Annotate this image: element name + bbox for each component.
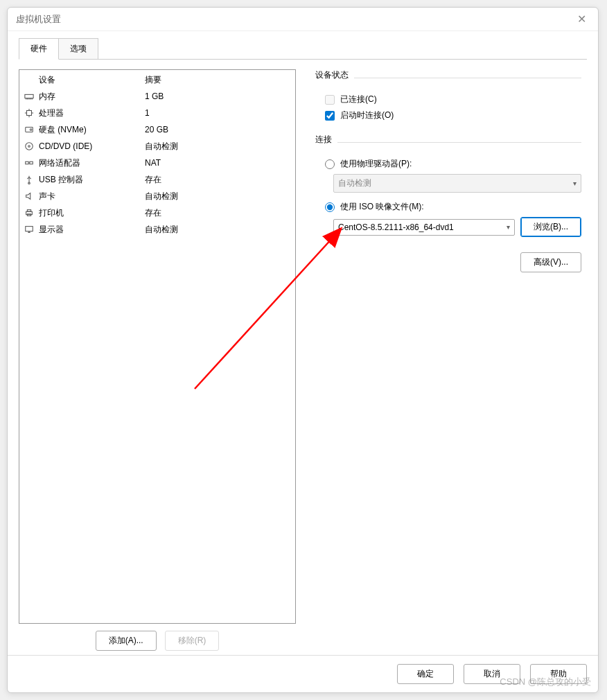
- svg-point-4: [26, 143, 33, 150]
- device-list-header: 设备 摘要: [19, 70, 295, 88]
- remove-button: 移除(R): [165, 631, 220, 651]
- device-state-title: 设备状态: [315, 69, 349, 81]
- device-name: 内存: [39, 89, 55, 103]
- device-row[interactable]: 网络适配器NAT: [19, 155, 295, 171]
- svg-point-5: [28, 146, 30, 148]
- browse-button[interactable]: 浏览(B)...: [520, 217, 581, 237]
- iso-file-select[interactable]: CentOS-8.5.2111-x86_64-dvd1 ▾: [333, 219, 515, 236]
- device-name: 显示器: [39, 222, 64, 236]
- device-row[interactable]: CD/DVD (IDE)自动检测: [19, 138, 295, 155]
- ok-button[interactable]: 确定: [397, 664, 454, 684]
- use-iso-radio[interactable]: [325, 202, 335, 212]
- device-list[interactable]: 设备 摘要 内存1 GB处理器1硬盘 (NVMe)20 GBCD/DVD (ID…: [19, 69, 296, 624]
- tabs: 硬件 选项: [19, 38, 587, 60]
- device-summary: NAT: [145, 156, 291, 170]
- device-name: 声卡: [39, 189, 55, 203]
- connected-checkbox[interactable]: [325, 95, 335, 105]
- advanced-row: 高级(V)...: [315, 252, 581, 272]
- connect-on-start-label: 启动时连接(O): [340, 110, 394, 121]
- net-icon: [24, 157, 35, 168]
- svg-rect-0: [25, 94, 33, 98]
- svg-rect-6: [26, 161, 28, 164]
- svg-rect-1: [27, 111, 32, 116]
- panels: 设备 摘要 内存1 GB处理器1硬盘 (NVMe)20 GBCD/DVD (ID…: [19, 59, 587, 655]
- device-state-group: 设备状态 已连接(C) 启动时连接(O): [315, 69, 581, 121]
- physical-drive-select: 自动检测 ▾: [333, 174, 581, 193]
- device-summary: 自动检测: [145, 222, 291, 236]
- cd-icon: [24, 141, 35, 152]
- device-row[interactable]: USB 控制器存在: [19, 171, 295, 188]
- chevron-down-icon: ▾: [573, 180, 577, 187]
- connect-on-start-row[interactable]: 启动时连接(O): [325, 110, 581, 121]
- physical-drive-value: 自动检测: [338, 177, 371, 189]
- use-physical-row[interactable]: 使用物理驱动器(P):: [325, 158, 581, 170]
- left-panel: 设备 摘要 内存1 GB处理器1硬盘 (NVMe)20 GBCD/DVD (ID…: [19, 69, 296, 655]
- sound-icon: [24, 191, 35, 202]
- chevron-down-icon: ▾: [507, 223, 510, 231]
- device-name: USB 控制器: [39, 173, 83, 186]
- svg-point-3: [30, 129, 32, 131]
- add-button[interactable]: 添加(A)...: [96, 631, 157, 651]
- connection-group: 连接 使用物理驱动器(P): 自动检测 ▾ 使用 ISO 映像文件(M):: [315, 134, 581, 237]
- connected-label: 已连接(C): [340, 94, 377, 105]
- right-panel: 设备状态 已连接(C) 启动时连接(O) 连接 使用物理驱动器(P):: [310, 69, 587, 655]
- physical-select-wrap: 自动检测 ▾: [333, 174, 581, 193]
- device-summary: 存在: [145, 206, 291, 220]
- display-icon: [24, 224, 35, 235]
- use-physical-radio[interactable]: [325, 159, 335, 169]
- usb-icon: [24, 174, 35, 185]
- device-summary: 20 GB: [145, 123, 291, 137]
- connected-checkbox-row[interactable]: 已连接(C): [325, 94, 581, 105]
- device-summary: 1: [145, 106, 291, 120]
- device-buttons: 添加(A)... 移除(R): [19, 631, 296, 655]
- device-summary: 存在: [145, 173, 291, 186]
- content-area: 硬件 选项 设备 摘要 内存1 GB处理器1硬盘 (NVMe)20 GBCD/D…: [8, 31, 598, 655]
- device-row[interactable]: 声卡自动检测: [19, 188, 295, 204]
- svg-rect-12: [26, 227, 33, 231]
- device-summary: 1 GB: [145, 89, 291, 103]
- window-title: 虚拟机设置: [16, 13, 573, 26]
- disk-icon: [24, 124, 35, 135]
- device-name: 网络适配器: [39, 156, 80, 170]
- header-summary: 摘要: [145, 73, 291, 87]
- svg-rect-10: [27, 210, 30, 212]
- device-row[interactable]: 硬盘 (NVMe)20 GB: [19, 121, 295, 138]
- device-summary: 自动检测: [145, 139, 291, 153]
- use-iso-row[interactable]: 使用 ISO 映像文件(M):: [325, 201, 581, 213]
- device-row[interactable]: 打印机存在: [19, 204, 295, 221]
- iso-row: CentOS-8.5.2111-x86_64-dvd1 ▾ 浏览(B)...: [333, 217, 581, 237]
- device-name: 硬盘 (NVMe): [39, 123, 87, 137]
- connect-on-start-checkbox[interactable]: [325, 111, 335, 121]
- header-device: 设备: [24, 73, 145, 87]
- memory-icon: [24, 91, 35, 102]
- device-name: 打印机: [39, 206, 64, 220]
- close-icon[interactable]: ✕: [573, 11, 590, 28]
- device-row[interactable]: 处理器1: [19, 105, 295, 121]
- connection-title: 连接: [315, 134, 332, 146]
- advanced-button[interactable]: 高级(V)...: [520, 252, 581, 272]
- device-summary: 自动检测: [145, 189, 291, 203]
- titlebar: 虚拟机设置 ✕: [8, 8, 598, 31]
- svg-rect-7: [30, 161, 33, 164]
- device-row[interactable]: 内存1 GB: [19, 88, 295, 105]
- tab-options[interactable]: 选项: [58, 38, 98, 60]
- use-physical-label: 使用物理驱动器(P):: [340, 158, 412, 170]
- iso-file-value: CentOS-8.5.2111-x86_64-dvd1: [338, 222, 454, 232]
- printer-icon: [24, 207, 35, 218]
- vm-settings-window: 虚拟机设置 ✕ 硬件 选项 设备 摘要 内存1 GB处理器1硬盘 (NVMe)2…: [7, 7, 599, 693]
- device-name: 处理器: [39, 106, 64, 120]
- device-row[interactable]: 显示器自动检测: [19, 221, 295, 238]
- watermark: CSDN @陈总攻的小受: [500, 676, 591, 688]
- tab-hardware[interactable]: 硬件: [19, 38, 59, 60]
- use-iso-label: 使用 ISO 映像文件(M):: [340, 201, 424, 213]
- device-name: CD/DVD (IDE): [39, 139, 92, 153]
- cpu-icon: [24, 107, 35, 119]
